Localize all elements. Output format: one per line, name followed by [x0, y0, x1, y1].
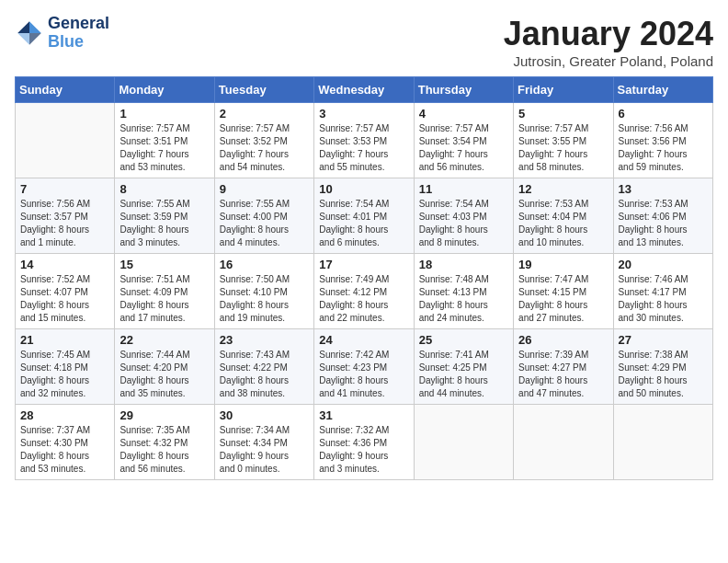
day-cell-3: 3Sunrise: 7:57 AMSunset: 3:53 PMDaylight… — [314, 103, 414, 178]
day-number: 3 — [319, 107, 408, 121]
day-cell-31: 31Sunrise: 7:32 AMSunset: 4:36 PMDayligh… — [314, 405, 414, 480]
day-info: Sunrise: 7:54 AMSunset: 4:03 PMDaylight:… — [419, 198, 508, 249]
empty-cell — [414, 405, 513, 480]
week-row-3: 14Sunrise: 7:52 AMSunset: 4:07 PMDayligh… — [16, 254, 713, 329]
day-number: 25 — [419, 333, 508, 347]
day-info: Sunrise: 7:38 AMSunset: 4:29 PMDaylight:… — [619, 349, 708, 400]
day-number: 19 — [518, 258, 608, 271]
day-cell-23: 23Sunrise: 7:43 AMSunset: 4:22 PMDayligh… — [214, 329, 313, 405]
day-cell-4: 4Sunrise: 7:57 AMSunset: 3:54 PMDaylight… — [414, 103, 513, 178]
day-cell-8: 8Sunrise: 7:55 AMSunset: 3:59 PMDaylight… — [115, 178, 214, 254]
day-info: Sunrise: 7:56 AMSunset: 3:56 PMDaylight:… — [619, 122, 708, 174]
day-info: Sunrise: 7:55 AMSunset: 3:59 PMDaylight:… — [119, 198, 209, 249]
day-number: 23 — [220, 333, 309, 347]
weekday-header-row: SundayMondayTuesdayWednesdayThursdayFrid… — [16, 77, 713, 103]
day-info: Sunrise: 7:57 AMSunset: 3:55 PMDaylight:… — [518, 122, 608, 174]
day-info: Sunrise: 7:52 AMSunset: 4:07 PMDaylight:… — [20, 273, 109, 325]
day-info: Sunrise: 7:49 AMSunset: 4:12 PMDaylight:… — [319, 273, 408, 325]
day-cell-28: 28Sunrise: 7:37 AMSunset: 4:30 PMDayligh… — [16, 405, 115, 480]
day-number: 22 — [119, 333, 209, 347]
day-cell-15: 15Sunrise: 7:51 AMSunset: 4:09 PMDayligh… — [115, 254, 214, 329]
svg-marker-0 — [29, 21, 41, 33]
day-number: 17 — [319, 258, 408, 271]
day-number: 21 — [20, 333, 109, 347]
logo-text: General Blue — [48, 15, 109, 52]
day-info: Sunrise: 7:35 AMSunset: 4:32 PMDaylight:… — [119, 424, 209, 476]
day-cell-16: 16Sunrise: 7:50 AMSunset: 4:10 PMDayligh… — [214, 254, 313, 329]
day-cell-5: 5Sunrise: 7:57 AMSunset: 3:55 PMDaylight… — [514, 103, 613, 178]
day-info: Sunrise: 7:57 AMSunset: 3:53 PMDaylight:… — [319, 122, 408, 174]
day-cell-11: 11Sunrise: 7:54 AMSunset: 4:03 PMDayligh… — [414, 178, 513, 254]
page-header: General Blue January 2024 Jutrosin, Grea… — [15, 15, 713, 69]
day-cell-18: 18Sunrise: 7:48 AMSunset: 4:13 PMDayligh… — [414, 254, 513, 329]
day-info: Sunrise: 7:47 AMSunset: 4:15 PMDaylight:… — [518, 273, 608, 325]
weekday-header-sunday: Sunday — [16, 77, 115, 103]
day-info: Sunrise: 7:55 AMSunset: 4:00 PMDaylight:… — [220, 198, 309, 249]
day-number: 5 — [518, 107, 608, 121]
weekday-header-tuesday: Tuesday — [214, 77, 313, 103]
day-cell-13: 13Sunrise: 7:53 AMSunset: 4:06 PMDayligh… — [613, 178, 712, 254]
day-info: Sunrise: 7:57 AMSunset: 3:51 PMDaylight:… — [119, 122, 209, 174]
day-info: Sunrise: 7:51 AMSunset: 4:09 PMDaylight:… — [119, 273, 209, 325]
day-number: 11 — [419, 182, 508, 196]
day-number: 4 — [419, 107, 508, 121]
day-number: 31 — [319, 408, 408, 422]
week-row-2: 7Sunrise: 7:56 AMSunset: 3:57 PMDaylight… — [16, 178, 713, 254]
month-title: January 2024 — [504, 15, 713, 53]
logo-icon — [15, 18, 44, 48]
day-number: 7 — [20, 182, 109, 196]
day-number: 13 — [619, 182, 708, 196]
day-number: 10 — [319, 182, 408, 196]
day-info: Sunrise: 7:45 AMSunset: 4:18 PMDaylight:… — [20, 349, 109, 400]
day-info: Sunrise: 7:41 AMSunset: 4:25 PMDaylight:… — [419, 349, 508, 400]
week-row-1: 1Sunrise: 7:57 AMSunset: 3:51 PMDaylight… — [16, 103, 713, 178]
logo: General Blue — [15, 15, 109, 52]
day-cell-22: 22Sunrise: 7:44 AMSunset: 4:20 PMDayligh… — [115, 329, 214, 405]
day-cell-7: 7Sunrise: 7:56 AMSunset: 3:57 PMDaylight… — [16, 178, 115, 254]
day-info: Sunrise: 7:56 AMSunset: 3:57 PMDaylight:… — [20, 198, 109, 249]
day-number: 8 — [119, 182, 209, 196]
day-cell-20: 20Sunrise: 7:46 AMSunset: 4:17 PMDayligh… — [613, 254, 712, 329]
day-number: 12 — [518, 182, 608, 196]
title-block: January 2024 Jutrosin, Greater Poland, P… — [504, 15, 713, 69]
day-number: 16 — [220, 258, 309, 271]
day-number: 14 — [20, 258, 109, 271]
day-number: 1 — [119, 107, 209, 121]
day-info: Sunrise: 7:42 AMSunset: 4:23 PMDaylight:… — [319, 349, 408, 400]
day-info: Sunrise: 7:53 AMSunset: 4:04 PMDaylight:… — [518, 198, 608, 249]
day-info: Sunrise: 7:57 AMSunset: 3:54 PMDaylight:… — [419, 122, 508, 174]
weekday-header-thursday: Thursday — [414, 77, 513, 103]
day-cell-26: 26Sunrise: 7:39 AMSunset: 4:27 PMDayligh… — [514, 329, 613, 405]
week-row-5: 28Sunrise: 7:37 AMSunset: 4:30 PMDayligh… — [16, 405, 713, 480]
weekday-header-saturday: Saturday — [613, 77, 712, 103]
day-cell-25: 25Sunrise: 7:41 AMSunset: 4:25 PMDayligh… — [414, 329, 513, 405]
day-number: 18 — [419, 258, 508, 271]
day-cell-30: 30Sunrise: 7:34 AMSunset: 4:34 PMDayligh… — [214, 405, 313, 480]
day-cell-9: 9Sunrise: 7:55 AMSunset: 4:00 PMDaylight… — [214, 178, 313, 254]
day-info: Sunrise: 7:57 AMSunset: 3:52 PMDaylight:… — [220, 122, 309, 174]
location: Jutrosin, Greater Poland, Poland — [504, 53, 713, 69]
calendar-table: SundayMondayTuesdayWednesdayThursdayFrid… — [15, 76, 713, 480]
day-info: Sunrise: 7:53 AMSunset: 4:06 PMDaylight:… — [619, 198, 708, 249]
day-number: 26 — [518, 333, 608, 347]
day-cell-27: 27Sunrise: 7:38 AMSunset: 4:29 PMDayligh… — [613, 329, 712, 405]
day-info: Sunrise: 7:32 AMSunset: 4:36 PMDaylight:… — [319, 424, 408, 476]
day-cell-2: 2Sunrise: 7:57 AMSunset: 3:52 PMDaylight… — [214, 103, 313, 178]
day-info: Sunrise: 7:46 AMSunset: 4:17 PMDaylight:… — [619, 273, 708, 325]
empty-cell — [514, 405, 613, 480]
day-cell-21: 21Sunrise: 7:45 AMSunset: 4:18 PMDayligh… — [16, 329, 115, 405]
day-info: Sunrise: 7:37 AMSunset: 4:30 PMDaylight:… — [20, 424, 109, 476]
svg-marker-3 — [17, 33, 29, 45]
day-number: 24 — [319, 333, 408, 347]
day-cell-12: 12Sunrise: 7:53 AMSunset: 4:04 PMDayligh… — [514, 178, 613, 254]
day-cell-14: 14Sunrise: 7:52 AMSunset: 4:07 PMDayligh… — [16, 254, 115, 329]
empty-cell — [16, 103, 115, 178]
day-cell-17: 17Sunrise: 7:49 AMSunset: 4:12 PMDayligh… — [314, 254, 414, 329]
day-number: 27 — [619, 333, 708, 347]
day-cell-6: 6Sunrise: 7:56 AMSunset: 3:56 PMDaylight… — [613, 103, 712, 178]
day-info: Sunrise: 7:50 AMSunset: 4:10 PMDaylight:… — [220, 273, 309, 325]
day-number: 2 — [220, 107, 309, 121]
day-info: Sunrise: 7:34 AMSunset: 4:34 PMDaylight:… — [220, 424, 309, 476]
day-info: Sunrise: 7:43 AMSunset: 4:22 PMDaylight:… — [220, 349, 309, 400]
day-cell-10: 10Sunrise: 7:54 AMSunset: 4:01 PMDayligh… — [314, 178, 414, 254]
